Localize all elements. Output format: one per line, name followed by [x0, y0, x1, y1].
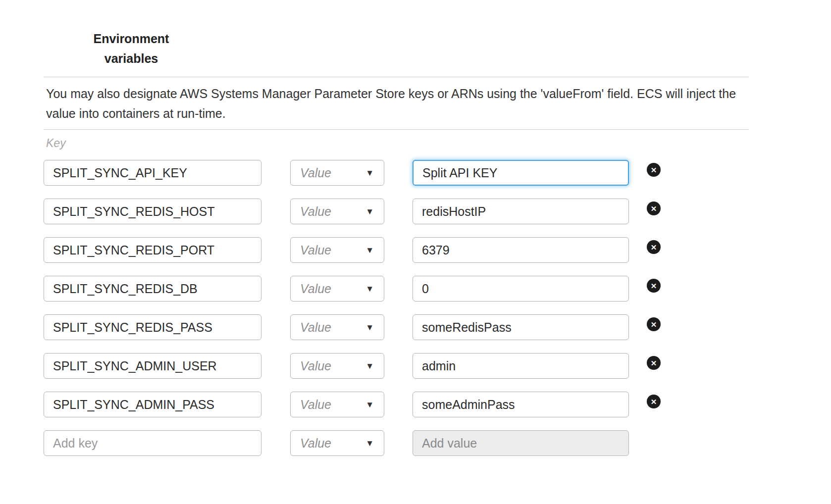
add-key-input[interactable]	[44, 430, 261, 456]
value-type-label: Value	[300, 166, 331, 180]
value-type-select[interactable]: Value ▼	[290, 199, 384, 224]
key-column-header: Key	[44, 137, 749, 150]
env-key-input[interactable]	[44, 353, 261, 379]
env-value-input[interactable]	[413, 392, 629, 417]
env-var-row: Value ▼ ✕	[44, 353, 749, 379]
env-var-row: Value ▼ ✕	[44, 276, 749, 302]
chevron-down-icon: ▼	[365, 439, 374, 448]
delete-row-button[interactable]: ✕	[647, 317, 661, 331]
delete-row-button[interactable]: ✕	[647, 240, 661, 254]
chevron-down-icon: ▼	[365, 207, 374, 216]
divider	[44, 77, 749, 77]
env-key-input[interactable]	[44, 160, 261, 186]
value-type-label: Value	[300, 282, 331, 296]
env-var-rows: Value ▼ ✕ Value ▼ ✕ Value ▼ ✕ Value	[44, 160, 749, 456]
delete-row-button[interactable]: ✕	[647, 395, 661, 408]
delete-row-button[interactable]: ✕	[647, 279, 661, 293]
add-value-input[interactable]	[413, 430, 629, 456]
env-key-input[interactable]	[44, 237, 261, 263]
env-var-row: Value ▼ ✕	[44, 199, 749, 224]
env-value-input[interactable]	[413, 160, 629, 186]
value-type-select[interactable]: Value ▼	[290, 430, 384, 456]
value-type-label: Value	[300, 243, 331, 257]
environment-variables-section: Environment variables You may also desig…	[44, 0, 749, 456]
section-title: Environment variables	[89, 29, 173, 68]
value-type-label: Value	[300, 320, 331, 335]
close-icon: ✕	[651, 398, 657, 405]
value-type-select[interactable]: Value ▼	[290, 392, 384, 417]
close-icon: ✕	[651, 166, 657, 173]
env-var-row: Value ▼ ✕	[44, 392, 749, 417]
value-type-label: Value	[300, 204, 331, 219]
section-description: You may also designate AWS Systems Manag…	[44, 84, 749, 123]
env-value-input[interactable]	[413, 314, 629, 340]
add-env-var-row: Value ▼	[44, 430, 749, 456]
env-value-input[interactable]	[413, 276, 629, 302]
env-value-input[interactable]	[413, 237, 629, 263]
close-icon: ✕	[651, 204, 657, 212]
chevron-down-icon: ▼	[365, 285, 374, 293]
env-value-input[interactable]	[413, 199, 629, 224]
env-key-input[interactable]	[44, 276, 261, 302]
value-type-label: Value	[300, 359, 331, 373]
env-var-row: Value ▼ ✕	[44, 314, 749, 340]
value-type-select[interactable]: Value ▼	[290, 353, 384, 379]
env-var-row: Value ▼ ✕	[44, 160, 749, 186]
env-key-input[interactable]	[44, 314, 261, 340]
env-key-input[interactable]	[44, 392, 261, 417]
close-icon: ✕	[651, 282, 657, 289]
value-type-select[interactable]: Value ▼	[290, 314, 384, 340]
value-type-label: Value	[300, 436, 331, 451]
env-value-input[interactable]	[413, 353, 629, 379]
chevron-down-icon: ▼	[365, 362, 374, 370]
delete-row-button[interactable]: ✕	[647, 356, 661, 370]
delete-row-button[interactable]: ✕	[647, 163, 661, 177]
value-type-label: Value	[300, 398, 331, 412]
env-key-input[interactable]	[44, 199, 261, 224]
close-icon: ✕	[651, 320, 657, 328]
close-icon: ✕	[651, 359, 657, 366]
chevron-down-icon: ▼	[365, 169, 374, 177]
chevron-down-icon: ▼	[365, 246, 374, 254]
env-var-row: Value ▼ ✕	[44, 237, 749, 263]
value-type-select[interactable]: Value ▼	[290, 237, 384, 263]
close-icon: ✕	[651, 243, 657, 251]
divider	[44, 129, 749, 130]
chevron-down-icon: ▼	[365, 401, 374, 409]
value-type-select[interactable]: Value ▼	[290, 276, 384, 302]
chevron-down-icon: ▼	[365, 323, 374, 332]
delete-row-button[interactable]: ✕	[647, 202, 661, 215]
value-type-select[interactable]: Value ▼	[290, 160, 384, 186]
